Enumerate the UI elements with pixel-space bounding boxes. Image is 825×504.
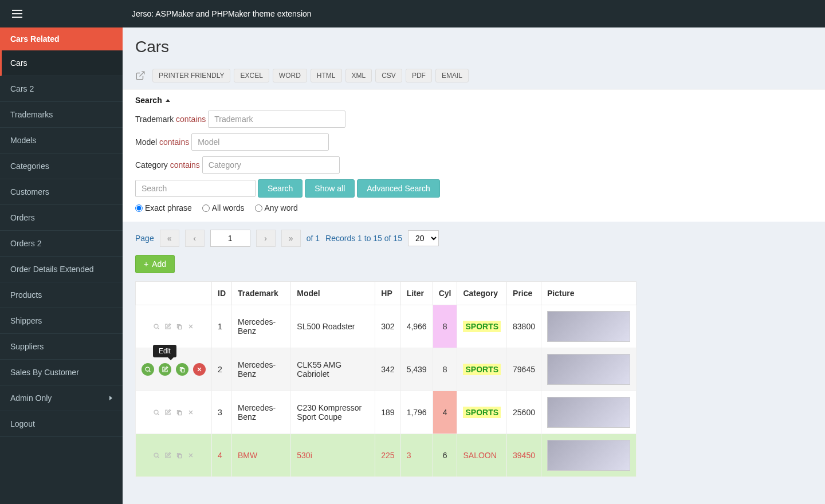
cell-category: SPORTS [457,391,507,434]
sidebar-item-customers[interactable]: Customers [0,179,123,205]
sidebar-item-label: Orders [10,213,35,222]
add-button[interactable]: + Add [135,255,175,273]
table-row: 1Mercedes-BenzSL500 Roadster3024,9668SPO… [136,305,637,348]
sidebar-item-suppliers[interactable]: Suppliers [0,334,123,360]
sidebar-item-label: Customers [10,187,49,196]
sidebar-item-models[interactable]: Models [0,128,123,153]
search-mode-exact-phrase[interactable]: Exact phrase [135,203,192,212]
sidebar-item-shippers[interactable]: Shippers [0,308,123,334]
sidebar-item-sales-by-customer[interactable]: Sales By Customer [0,360,123,385]
sidebar-item-trademarks[interactable]: Trademarks [0,102,123,128]
copy-icon[interactable] [176,363,188,376]
pager-last-button[interactable]: » [281,230,301,247]
cell-trademark[interactable]: BMW [232,434,291,477]
copy-icon[interactable] [176,409,183,416]
cell-trademark[interactable]: Mercedes-Benz [232,305,291,348]
show-all-button[interactable]: Show all [305,179,355,198]
search-heading-label: Search [135,96,162,105]
pager-records: Records 1 to 15 of 15 [325,234,402,243]
edit-icon[interactable] [164,323,171,330]
cell-cyl: 4 [433,391,457,434]
car-image[interactable] [547,311,630,342]
chevron-up-icon [166,99,170,102]
cell-model[interactable]: C230 Kompressor Sport Coupe [291,391,375,434]
search-category-input[interactable] [202,156,340,174]
col-category[interactable]: Category [457,282,507,305]
pager-page-input[interactable] [210,230,250,247]
external-link-icon[interactable] [135,70,146,81]
delete-icon[interactable] [187,409,194,416]
cell-hp: 342 [375,348,400,391]
cell-id: 4 [212,434,232,477]
col-hp[interactable]: HP [375,282,400,305]
cell-trademark[interactable]: Mercedes-Benz [232,348,291,391]
edit-icon[interactable] [159,363,171,376]
cell-trademark[interactable]: Mercedes-Benz [232,391,291,434]
cell-model[interactable]: 530i [291,434,375,477]
search-toggle[interactable]: Search [135,96,812,105]
copy-icon[interactable] [176,452,183,459]
sidebar-item-cars-2[interactable]: Cars 2 [0,76,123,102]
search-button[interactable]: Search [258,179,302,198]
hamburger-icon [12,10,22,18]
export-csv-button[interactable]: CSV [375,69,402,82]
car-image[interactable] [547,440,630,471]
search-model-input[interactable] [191,133,329,151]
sidebar-item-order-details-extended[interactable]: Order Details Extended [0,257,123,282]
sidebar-item-categories[interactable]: Categories [0,153,123,179]
view-icon[interactable] [142,363,154,376]
svg-line-0 [140,72,144,76]
search-panel: Search Trademark containsModel containsC… [123,89,825,222]
sidebar-item-cars[interactable]: Cars [0,50,123,76]
col-price[interactable]: Price [507,282,541,305]
copy-icon[interactable] [176,323,183,330]
sidebar-item-label: Cars [10,58,28,68]
edit-icon[interactable] [164,452,171,459]
export-word-button[interactable]: WORD [273,69,307,82]
col-model[interactable]: Model [291,282,375,305]
page-size-select[interactable]: 20 [408,230,439,246]
edit-icon[interactable] [164,409,171,416]
export-printer-friendly-button[interactable]: PRINTER FRIENDLY [152,69,230,82]
sidebar-item-orders[interactable]: Orders [0,205,123,231]
search-trademark-input[interactable] [208,111,345,128]
sidebar-item-admin-only[interactable]: Admin Only [0,385,123,411]
export-pdf-button[interactable]: PDF [406,69,432,82]
menu-toggle-button[interactable] [0,0,34,27]
search-mode-any-word[interactable]: Any word [255,203,298,212]
sidebar-item-products[interactable]: Products [0,282,123,308]
sidebar-item-label: Logout [10,419,35,428]
cell-model[interactable]: SL500 Roadster [291,305,375,348]
cell-model[interactable]: CLK55 AMG Cabriolet [291,348,375,391]
col-id[interactable]: ID [212,282,232,305]
car-image[interactable] [547,354,630,385]
pager-prev-button[interactable]: ‹ [185,230,205,247]
col-picture[interactable]: Picture [541,282,637,305]
export-excel-button[interactable]: EXCEL [234,69,269,82]
pager-label: Page [135,234,154,243]
search-mode-all-words[interactable]: All words [202,203,245,212]
cell-cyl: 6 [433,434,457,477]
sidebar-item-orders-2[interactable]: Orders 2 [0,231,123,257]
cell-id: 3 [212,391,232,434]
view-icon[interactable] [153,452,160,459]
delete-icon[interactable] [193,363,206,376]
col-trademark[interactable]: Trademark [232,282,291,305]
export-xml-button[interactable]: XML [345,69,372,82]
quick-search-input[interactable] [135,180,256,197]
view-icon[interactable] [153,409,160,416]
car-image[interactable] [547,397,630,428]
export-html-button[interactable]: HTML [311,69,342,82]
category-label: SALOON [463,451,496,460]
delete-icon[interactable] [187,452,194,459]
sidebar-header: Cars Related [0,27,123,50]
pager-first-button[interactable]: « [160,230,179,247]
export-email-button[interactable]: EMAIL [435,69,469,82]
delete-icon[interactable] [187,323,194,330]
col-cyl[interactable]: Cyl [433,282,457,305]
sidebar-item-logout[interactable]: Logout [0,411,123,437]
col-liter[interactable]: Liter [400,282,433,305]
pager-next-button[interactable]: › [256,230,276,247]
advanced-search-button[interactable]: Advanced Search [357,179,440,198]
view-icon[interactable] [153,323,160,330]
